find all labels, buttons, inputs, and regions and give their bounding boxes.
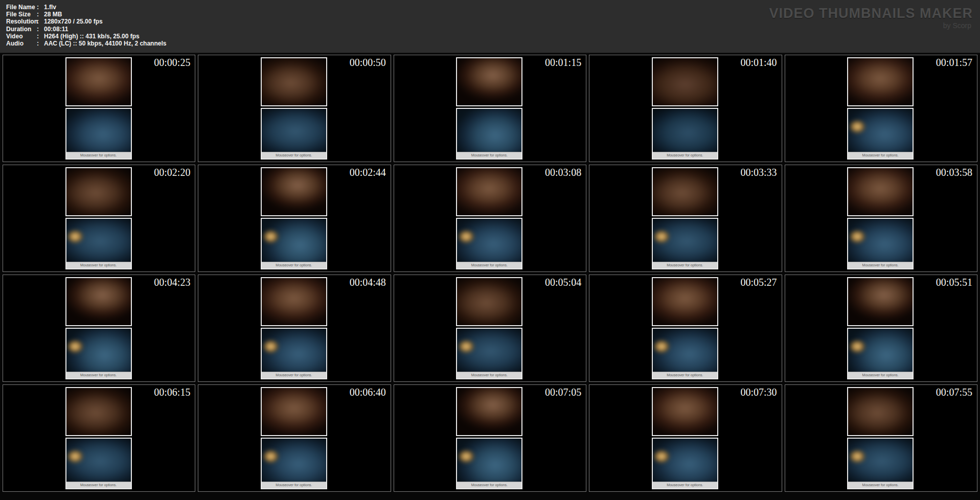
timestamp-label: 00:01:15 [545, 57, 581, 69]
mouseover-options-label: Mouseover for options. [848, 262, 913, 268]
timestamp-label: 00:00:50 [350, 57, 386, 69]
lamp-glow [459, 338, 481, 356]
webcam-placeholder-top [652, 167, 718, 216]
webcam-window-bottom: Mouseover for options. [652, 218, 718, 269]
meta-separator: : [37, 18, 44, 25]
meta-value: H264 (High) :: 431 kb/s, 25.00 fps [44, 33, 140, 40]
webcam-window-bottom: Mouseover for options. [652, 328, 718, 379]
timestamp-label: 00:01:57 [936, 57, 972, 69]
lamp-glow [654, 338, 676, 356]
meta-row-duration: Duration:00:08:11 [6, 26, 980, 33]
webcam-placeholder-bottom [66, 439, 131, 482]
webcam-window-top [261, 57, 327, 106]
timestamp-label: 00:06:40 [350, 387, 386, 398]
webcam-window-bottom: Mouseover for options. [847, 328, 914, 379]
thumbnail-cell: 00:03:08 Mouseover for options. [394, 165, 586, 272]
webcam-window-top [456, 167, 522, 216]
webcam-placeholder-top [261, 277, 327, 326]
meta-separator: : [37, 4, 44, 11]
thumbnail-cell: 00:05:51 Mouseover for options. [785, 275, 977, 382]
webcam-window-top [652, 387, 718, 436]
meta-separator: : [37, 33, 44, 40]
mouseover-options-label: Mouseover for options. [653, 372, 717, 378]
webcam-placeholder-bottom [653, 439, 717, 482]
meta-value: 00:08:11 [44, 26, 68, 33]
webcam-window-bottom: Mouseover for options. [65, 218, 132, 269]
webcam-placeholder-bottom [457, 109, 521, 152]
thumbnail-cell: 00:04:23 Mouseover for options. [3, 275, 195, 382]
thumbnail-cell: 00:02:20 Mouseover for options. [3, 165, 195, 272]
webcam-placeholder-bottom [262, 219, 326, 262]
webcam-window-top [847, 167, 914, 216]
mouseover-options-label: Mouseover for options. [653, 152, 717, 158]
webcam-placeholder-bottom [66, 329, 131, 372]
webcam-placeholder-bottom [262, 439, 326, 482]
webcam-window-bottom: Mouseover for options. [652, 438, 718, 489]
timestamp-label: 00:07:30 [740, 387, 777, 398]
thumbnail-cell: 00:01:15 Mouseover for options. [394, 55, 586, 162]
meta-separator: : [37, 11, 44, 18]
mouseover-options-label: Mouseover for options. [262, 482, 326, 488]
webcam-window-top [456, 277, 522, 326]
thumbnail-cell: 00:07:05 Mouseover for options. [394, 384, 586, 492]
webcam-window-bottom: Mouseover for options. [652, 108, 718, 160]
webcam-window-bottom: Mouseover for options. [261, 438, 327, 489]
webcam-window-top [847, 387, 914, 436]
webcam-placeholder-bottom [848, 109, 913, 152]
webcam-placeholder-top [456, 167, 522, 216]
webcam-placeholder-bottom [653, 219, 717, 262]
thumbnail-cell: 00:01:40 Mouseover for options. [589, 55, 782, 162]
webcam-window-top [652, 277, 718, 326]
lamp-glow [67, 229, 89, 246]
webcam-window-bottom: Mouseover for options. [65, 328, 132, 379]
mouseover-options-label: Mouseover for options. [457, 262, 521, 268]
webcam-window-top [261, 387, 327, 436]
webcam-placeholder-bottom [848, 439, 913, 482]
timestamp-label: 00:04:48 [350, 277, 386, 288]
thumbnail-cell: 00:06:15 Mouseover for options. [3, 384, 195, 492]
lamp-glow [459, 448, 481, 466]
mouseover-options-label: Mouseover for options. [457, 372, 521, 378]
meta-separator: : [37, 26, 44, 33]
mouseover-options-label: Mouseover for options. [457, 152, 521, 158]
webcam-window-bottom: Mouseover for options. [456, 108, 522, 160]
mouseover-options-label: Mouseover for options. [653, 262, 717, 268]
lamp-glow [850, 229, 872, 246]
webcam-placeholder-top [652, 57, 718, 106]
lamp-glow [67, 338, 89, 356]
webcam-window-top [652, 167, 718, 216]
webcam-placeholder-top [847, 57, 914, 106]
meta-value: 1.flv [44, 4, 56, 11]
timestamp-label: 00:05:27 [740, 277, 777, 288]
thumbnail-cell: 00:05:04 Mouseover for options. [394, 275, 586, 382]
webcam-placeholder-bottom [653, 329, 717, 372]
webcam-placeholder-top [847, 387, 914, 436]
webcam-blur-blob [653, 109, 717, 152]
webcam-placeholder-bottom [66, 219, 131, 262]
mouseover-options-label: Mouseover for options. [262, 372, 326, 378]
webcam-placeholder-top [65, 57, 132, 106]
mouseover-options-label: Mouseover for options. [457, 482, 521, 488]
meta-label: Video [6, 33, 37, 40]
timestamp-label: 00:00:25 [154, 57, 190, 69]
webcam-placeholder-top [65, 167, 132, 216]
webcam-placeholder-top [456, 387, 522, 436]
webcam-blur-blob [262, 109, 326, 152]
webcam-window-bottom: Mouseover for options. [65, 438, 132, 489]
mouseover-options-label: Mouseover for options. [66, 262, 131, 268]
mouseover-options-label: Mouseover for options. [848, 482, 913, 488]
lamp-glow [850, 119, 872, 137]
thumbnail-cell: 00:05:27 Mouseover for options. [589, 275, 782, 382]
mouseover-options-label: Mouseover for options. [66, 372, 131, 378]
meta-separator: : [37, 40, 44, 47]
mouseover-options-label: Mouseover for options. [66, 152, 131, 158]
webcam-window-bottom: Mouseover for options. [456, 218, 522, 269]
webcam-placeholder-top [847, 167, 914, 216]
webcam-window-top [261, 277, 327, 326]
webcam-window-bottom: Mouseover for options. [261, 108, 327, 160]
thumbnail-cell: 00:00:50 Mouseover for options. [198, 55, 391, 162]
webcam-placeholder-bottom [457, 439, 521, 482]
thumbnail-cell: 00:06:40 Mouseover for options. [198, 384, 391, 492]
webcam-window-top [456, 57, 522, 106]
timestamp-label: 00:01:40 [740, 57, 777, 69]
